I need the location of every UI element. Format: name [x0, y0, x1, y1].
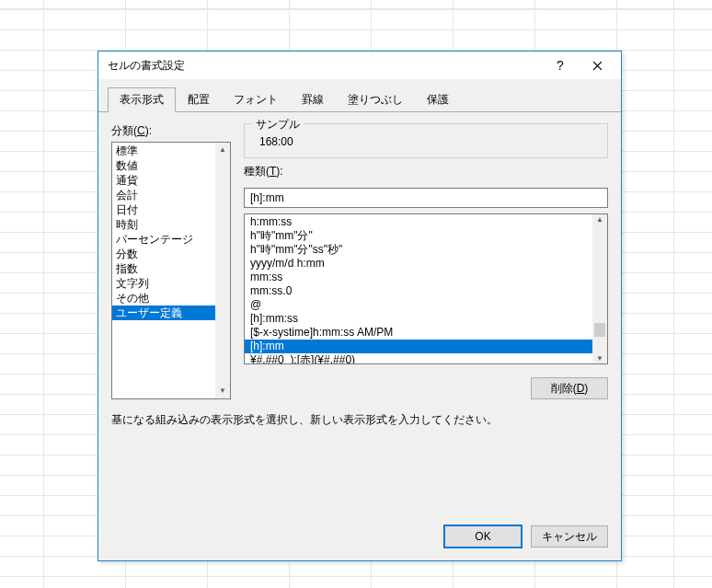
format-item[interactable]: h:mm:ss: [245, 215, 592, 229]
close-icon: [592, 61, 603, 71]
format-item[interactable]: h"時"mm"分": [245, 229, 592, 243]
cancel-button[interactable]: キャンセル: [531, 525, 608, 548]
sample-group: サンプル 168:00: [244, 123, 608, 158]
category-scrollbar[interactable]: ▲ ▼: [215, 143, 230, 398]
format-item[interactable]: mm:ss.0: [245, 284, 592, 298]
category-item[interactable]: 時刻: [112, 217, 215, 232]
scroll-up-icon: ▲: [219, 144, 226, 156]
category-list[interactable]: 標準数値通貨会計日付時刻パーセンテージ分数指数文字列その他ユーザー定義 ▲ ▼: [111, 142, 231, 399]
format-item[interactable]: yyyy/m/d h:mm: [245, 257, 592, 271]
delete-button[interactable]: 削除(D): [531, 377, 608, 399]
category-item[interactable]: 文字列: [112, 276, 215, 291]
category-item[interactable]: その他: [112, 291, 215, 306]
type-label: 種類(T):: [244, 164, 608, 179]
format-item[interactable]: [$-x-systime]h:mm:ss AM/PM: [245, 326, 592, 340]
tab-number-format[interactable]: 表示形式: [108, 87, 176, 112]
category-item[interactable]: 通貨: [112, 173, 215, 188]
dialog-content: 分類(C): 標準数値通貨会計日付時刻パーセンテージ分数指数文字列その他ユーザー…: [98, 112, 621, 516]
tab-font[interactable]: フォント: [222, 87, 290, 112]
format-item[interactable]: mm:ss: [245, 271, 592, 284]
description-text: 基になる組み込みの表示形式を選択し、新しい表示形式を入力してください。: [111, 412, 608, 428]
dialog-title: セルの書式設定: [108, 58, 185, 74]
tab-alignment[interactable]: 配置: [176, 87, 222, 112]
format-item[interactable]: [h]:mm: [245, 340, 592, 353]
tab-fill[interactable]: 塗りつぶし: [336, 87, 415, 112]
scroll-thumb[interactable]: [594, 323, 605, 337]
scroll-up-icon: ▲: [592, 215, 607, 224]
format-code-list[interactable]: h:mm:ssh"時"mm"分"h"時"mm"分"ss"秒"yyyy/m/d h…: [244, 213, 608, 364]
type-input[interactable]: [244, 188, 608, 208]
category-item[interactable]: 会計: [112, 188, 215, 202]
sample-label: サンプル: [252, 117, 304, 133]
close-button[interactable]: [579, 52, 615, 78]
category-item[interactable]: 数値: [112, 158, 215, 173]
category-item[interactable]: 日付: [112, 202, 215, 217]
tab-strip: 表示形式 配置 フォント 罫線 塗りつぶし 保護: [98, 79, 621, 112]
tab-protection[interactable]: 保護: [415, 87, 461, 112]
titlebar: セルの書式設定 ?: [98, 52, 621, 79]
category-item[interactable]: ユーザー定義: [112, 306, 215, 320]
category-item[interactable]: 指数: [112, 261, 215, 276]
format-scrollbar[interactable]: ▲ ▼: [592, 214, 607, 363]
format-item[interactable]: h"時"mm"分"ss"秒": [245, 243, 592, 257]
ok-button[interactable]: OK: [444, 525, 522, 548]
scroll-down-icon: ▼: [592, 354, 607, 363]
format-item[interactable]: [h]:mm:ss: [245, 312, 592, 326]
format-cells-dialog: セルの書式設定 ? 表示形式 配置 フォント 罫線 塗りつぶし 保護 分類(C)…: [98, 51, 622, 561]
tab-border[interactable]: 罫線: [290, 87, 336, 112]
dialog-footer: OK キャンセル: [98, 516, 621, 560]
category-item[interactable]: 標準: [112, 144, 215, 158]
sample-value: 168:00: [254, 132, 598, 148]
format-item[interactable]: @: [245, 298, 592, 312]
category-item[interactable]: 分数: [112, 247, 215, 261]
help-button[interactable]: ?: [542, 52, 579, 78]
scroll-down-icon: ▼: [219, 385, 226, 398]
category-label: 分類(C):: [111, 123, 231, 139]
category-item[interactable]: パーセンテージ: [112, 232, 215, 247]
format-item[interactable]: ¥#,##0_);[赤](¥#,##0): [245, 353, 592, 363]
